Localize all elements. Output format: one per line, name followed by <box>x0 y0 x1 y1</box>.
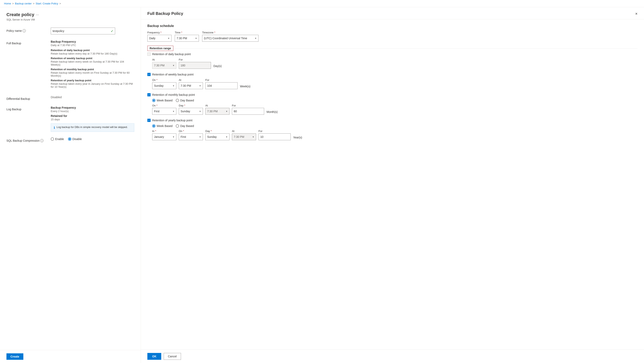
differential-backup-label: Differential Backup <box>6 97 30 100</box>
create-button[interactable]: Create <box>6 353 23 360</box>
policy-name-input[interactable]: testpolicy ✓ <box>51 27 115 34</box>
monthly-on-select[interactable]: First ▼ <box>152 108 176 115</box>
daily-unit: Day(s) <box>214 64 222 69</box>
retention-monthly-title: Retention of monthly backup point <box>51 68 134 71</box>
monthly-unit: Month(s) <box>266 110 278 115</box>
daily-retention-checkbox[interactable] <box>147 52 150 56</box>
time-label: Time * <box>175 31 199 34</box>
daily-retention-title: Retention of daily backup point <box>152 52 191 56</box>
monthly-retention-item: Retention of monthly backup point Week B… <box>147 93 638 115</box>
daily-for-label: For <box>179 58 211 61</box>
yearly-day-based-radio[interactable]: Day Based <box>176 124 194 128</box>
yearly-on-chevron: ▼ <box>199 136 201 138</box>
weekly-retention-title: Retention of weekly backup point <box>152 73 194 76</box>
weekly-on-chevron: ▼ <box>172 85 174 87</box>
disable-radio[interactable]: Disable <box>68 137 82 141</box>
weekly-on-label: On * <box>152 78 176 81</box>
full-backup-label: Full Backup <box>6 42 21 45</box>
cancel-button[interactable]: Cancel <box>164 353 181 360</box>
log-freq-title: Backup Frequency <box>51 106 134 109</box>
weekly-at-select[interactable]: 7:30 PM ▼ <box>179 82 203 89</box>
weekly-retention-item: Retention of weekly backup point On * Su… <box>147 73 638 89</box>
yearly-in-label: In * <box>152 130 176 133</box>
yearly-day-based-label: Day Based <box>180 124 194 128</box>
yearly-on-label: On * <box>179 130 203 133</box>
yearly-week-based-radio[interactable]: Week Based <box>152 124 172 128</box>
right-panel: Full Backup Policy × Backup schedule Fre… <box>141 7 644 363</box>
yearly-for-input[interactable]: 10 <box>258 133 291 140</box>
retention-yearly-title: Retention of yearly backup point <box>51 79 134 82</box>
full-backup-freq-detail: Daily at 7:30 PM UTC <box>51 44 134 47</box>
weekly-retention-checkbox[interactable] <box>147 73 150 76</box>
retention-daily-title: Retention of daily backup point <box>51 49 134 52</box>
monthly-retention-checkbox[interactable] <box>147 93 150 96</box>
close-button[interactable]: × <box>635 12 638 16</box>
yearly-day-based-circle <box>176 124 179 128</box>
monthly-day-based-radio[interactable]: Day Based <box>176 99 194 102</box>
policy-name-check: ✓ <box>111 29 113 33</box>
full-backup-freq-title: Backup Frequency <box>51 40 134 43</box>
monthly-week-based-radio[interactable]: Week Based <box>152 99 172 102</box>
policy-name-label: Policy name <box>6 29 22 32</box>
more-options-icon[interactable]: ··· <box>36 13 39 17</box>
left-panel: Create policy ··· SQL Server in Azure VM… <box>0 7 141 363</box>
disable-radio-circle <box>68 137 71 141</box>
daily-for-input: 180 <box>179 62 211 69</box>
monthly-day-chevron: ▼ <box>199 110 201 112</box>
monthly-on-chevron: ▼ <box>172 110 174 112</box>
yearly-week-based-label: Week Based <box>156 124 172 128</box>
breadcrumb-sep3: > <box>60 2 61 5</box>
daily-at-label: At <box>152 58 176 61</box>
weekly-for-input[interactable]: 104 <box>205 82 238 89</box>
enable-radio-circle <box>51 137 54 141</box>
log-backup-label: Log Backup <box>6 108 21 111</box>
yearly-day-label: Day * <box>205 130 230 133</box>
yearly-on-select[interactable]: First ▼ <box>179 133 203 140</box>
retention-weekly-title: Retention of weekly backup point <box>51 57 134 60</box>
sql-compression-info-icon[interactable]: i <box>40 139 44 142</box>
weekly-unit: Week(s) <box>240 85 250 89</box>
weekly-at-chevron: ▼ <box>199 85 201 87</box>
ok-button[interactable]: OK <box>147 353 161 360</box>
breadcrumb: Home > Backup center > Start: Create Pol… <box>0 0 644 7</box>
retention-monthly-detail: Retain backup taken every month on First… <box>51 71 134 77</box>
yearly-in-select[interactable]: January ▼ <box>152 133 176 140</box>
time-select[interactable]: 7:30 PM ▼ <box>175 35 199 42</box>
timezone-label: Timezone * <box>202 31 258 34</box>
page-title: Create policy <box>6 12 34 17</box>
monthly-for-input[interactable]: 60 <box>232 108 264 115</box>
retention-range-label: Retention range <box>147 46 173 51</box>
monthly-day-label: Day * <box>179 104 203 107</box>
yearly-at-select[interactable]: 7:30 PM ▼ <box>232 133 256 140</box>
enable-radio[interactable]: Enable <box>51 137 64 141</box>
breadcrumb-start-create[interactable]: Start: Create Policy <box>36 2 58 5</box>
timezone-chevron: ▼ <box>255 37 257 39</box>
retention-weekly-detail: Retain backup taken every week on Sunday… <box>51 60 134 66</box>
sql-compression-label: SQL Backup Compression <box>6 139 40 142</box>
monthly-day-select[interactable]: Sunday ▼ <box>179 108 203 115</box>
log-freq-detail: Every 2 hour(s) <box>51 110 134 113</box>
monthly-at-label: At <box>205 104 230 107</box>
breadcrumb-backup-center[interactable]: Backup center <box>15 2 32 5</box>
monthly-at-select[interactable]: 7:30 PM ▼ <box>205 108 230 115</box>
timezone-select[interactable]: (UTC) Coordinated Universal Time ▼ <box>202 35 258 42</box>
daily-at-select: 7:30 PM ▼ <box>152 62 176 69</box>
monthly-on-label: On * <box>152 104 176 107</box>
yearly-for-label: For <box>258 130 291 133</box>
frequency-value: Daily <box>149 37 156 40</box>
log-retained-detail: 15 days <box>51 118 134 121</box>
weekly-for-label: For <box>205 78 238 81</box>
policy-name-info-icon[interactable]: i <box>22 29 26 32</box>
yearly-retention-item: Retention of yearly backup point Week Ba… <box>147 119 638 140</box>
breadcrumb-home[interactable]: Home <box>4 2 11 5</box>
breadcrumb-sep2: > <box>33 2 34 5</box>
yearly-in-chevron: ▼ <box>172 136 174 138</box>
yearly-day-select[interactable]: Sunday ▼ <box>205 133 230 140</box>
weekly-on-select[interactable]: Sunday ▼ <box>152 82 176 89</box>
disable-radio-label: Disable <box>72 137 82 141</box>
breadcrumb-sep1: > <box>12 2 14 5</box>
frequency-select[interactable]: Daily ▼ <box>147 35 172 42</box>
yearly-retention-checkbox[interactable] <box>147 119 150 122</box>
yearly-week-based-circle <box>152 124 156 128</box>
retention-divider <box>173 48 638 48</box>
